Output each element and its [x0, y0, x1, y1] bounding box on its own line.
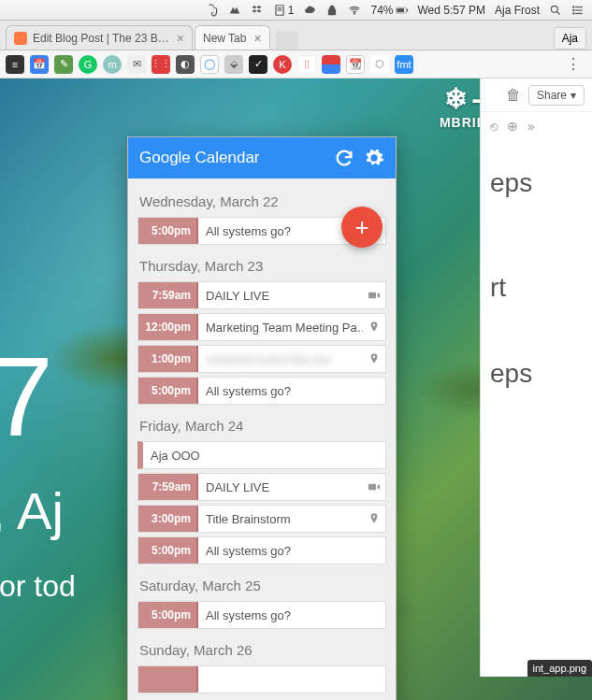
link-icon[interactable]: ⎋ [490, 119, 498, 134]
ext-icon-mail[interactable]: ✉ [127, 55, 146, 74]
file-chip[interactable]: int_app.png [527, 660, 593, 677]
event-title: Title Brainstorm [198, 506, 363, 532]
ext-icon-grid[interactable]: ⋮⋮ [152, 55, 170, 74]
event-title [198, 666, 385, 693]
event-row[interactable]: 7:59amDAILY LIVE [137, 473, 386, 501]
ext-icon-dropbox[interactable]: ⬡ [370, 55, 389, 74]
event-row[interactable]: 5:00pmAll systems go? [137, 601, 386, 629]
panel-text-2: rt [490, 273, 583, 303]
ext-icon-fmt[interactable]: fmt [395, 55, 413, 74]
ext-icon-buffer[interactable]: ≡ [6, 55, 24, 74]
day-header: Saturday, March 25 [139, 578, 386, 593]
weather-snow-icon: ❄ [444, 82, 468, 115]
globe-icon[interactable]: ⊕ [507, 119, 518, 134]
browser-window: Edit Blog Post | The 23 Best G… × New Ta… [0, 21, 592, 700]
svg-line-8 [557, 11, 560, 14]
svg-point-7 [551, 6, 557, 12]
pin-icon [363, 506, 385, 532]
menubar-wifi-icon[interactable] [348, 4, 361, 17]
greeting-fragment: , Aj [0, 480, 76, 541]
menubar-list-icon[interactable] [571, 4, 585, 17]
tab-1-favicon-icon [14, 32, 27, 45]
day-header: Wednesday, March 22 [139, 193, 386, 209]
svg-rect-6 [407, 8, 408, 11]
new-tab-button[interactable] [276, 31, 298, 50]
page-content: ❄ -2° MBRIDGE 7 , Aj for tod 🗑 Share ▾ ⎋… [0, 79, 592, 700]
battery-percent-text: 74% [370, 4, 393, 17]
refresh-icon[interactable] [334, 148, 354, 168]
newtab-greeting: 7 , Aj for tod [0, 340, 76, 604]
event-row[interactable]: 12:00pmMarketing Team Meeting Pa… [137, 313, 386, 341]
event-row[interactable] [137, 665, 386, 693]
event-time: 7:59am [138, 474, 198, 500]
menubar-notes-icon[interactable]: 1 [273, 4, 295, 17]
ext-icon-m[interactable]: m [103, 55, 122, 74]
tab-strip: Edit Blog Post | The 23 Best G… × New Ta… [0, 21, 592, 50]
event-row[interactable]: 7:59amDAILY LIVE [137, 281, 386, 309]
event-title: redacted event title text [198, 346, 363, 372]
popup-scroll[interactable]: Wednesday, March 225:00pmAll systems go?… [128, 179, 396, 700]
ext-icon-split[interactable] [322, 55, 340, 74]
panel-text-3: eps [490, 359, 583, 389]
event-time: 3:00pm [138, 506, 198, 532]
event-title: DAILY LIVE [198, 282, 363, 308]
ext-icon-check[interactable]: ✓ [249, 55, 267, 74]
pin-icon [363, 314, 385, 340]
ext-icon-calendar[interactable]: 📅 [30, 55, 49, 74]
ext-icon-k[interactable]: K [273, 55, 292, 74]
event-title: All systems go? [198, 378, 385, 404]
menubar-user[interactable]: Aja Frost [495, 4, 540, 17]
event-title: DAILY LIVE [198, 474, 363, 500]
event-time: 7:59am [138, 282, 198, 308]
tab-2-active[interactable]: New Tab × [195, 25, 270, 50]
video-icon [363, 282, 385, 308]
event-time: 12:00pm [138, 314, 198, 340]
day-header: Sunday, March 26 [139, 642, 386, 658]
menubar-cloud-icon[interactable] [303, 4, 316, 17]
event-row[interactable]: 1:00pmredacted event title text [137, 345, 386, 373]
add-event-fab[interactable]: + [341, 207, 383, 248]
share-button[interactable]: Share ▾ [528, 85, 585, 106]
event-row[interactable]: 5:00pmAll systems go? [137, 377, 386, 405]
trash-icon[interactable]: 🗑 [506, 87, 521, 104]
tab-1-close-icon[interactable]: × [177, 32, 184, 45]
tab-1[interactable]: Edit Blog Post | The 23 Best G… × [6, 25, 193, 50]
menubar-battery[interactable]: 74% [370, 4, 408, 17]
panel-text-1: eps [490, 168, 583, 198]
ext-icon-circle[interactable]: ◯ [200, 55, 219, 74]
tab-2-close-icon[interactable]: × [253, 32, 261, 45]
video-icon [363, 474, 385, 500]
tab-2-label: New Tab [203, 32, 246, 45]
chrome-menu-icon[interactable]: ⋮ [560, 55, 586, 73]
event-time: 5:00pm [138, 218, 198, 244]
svg-rect-15 [368, 293, 376, 299]
sub-fragment: for tod [0, 569, 76, 604]
extension-toolbar: ≡ 📅 ✎ G m ✉ ⋮⋮ ◐ ◯ ⬙ ✓ K ▯ 📆 ⬡ fmt ⋮ [0, 50, 592, 79]
svg-rect-5 [397, 8, 404, 12]
menubar-app-icon[interactable] [228, 4, 241, 17]
menubar-clock[interactable]: Wed 5:57 PM [418, 4, 485, 17]
clock-fragment: 7 [0, 340, 76, 452]
ext-icon-plug[interactable]: ◐ [176, 55, 195, 74]
popup-header: Google Calendar [128, 137, 396, 179]
menubar-evernote-icon[interactable] [206, 4, 219, 17]
menubar-spotlight-icon[interactable] [549, 4, 562, 17]
menubar-tower-icon[interactable] [325, 4, 339, 17]
profile-button[interactable]: Aja [554, 27, 586, 50]
event-row[interactable]: 3:00pmTitle Brainstorm [137, 505, 386, 533]
event-title: Aja OOO [143, 442, 385, 468]
gear-icon[interactable] [364, 148, 384, 168]
more-icon[interactable]: » [527, 119, 535, 134]
ext-icon-doc[interactable]: ▯ [297, 55, 316, 74]
right-app-panel: 🗑 Share ▾ ⎋ ⊕ » eps rt eps int_app.png [480, 79, 592, 677]
plus-icon: + [354, 213, 368, 242]
event-time: 5:00pm [138, 602, 198, 628]
menubar-dropbox-icon[interactable] [251, 4, 264, 17]
ext-icon-gcal-active[interactable]: 📆 [346, 55, 365, 74]
ext-icon-grammarly[interactable]: G [79, 55, 97, 74]
ext-icon-bucket[interactable]: ⬙ [224, 55, 243, 74]
event-row[interactable]: 5:00pmAll systems go? [137, 536, 386, 564]
ext-icon-evernote[interactable]: ✎ [54, 55, 73, 74]
svg-point-14 [573, 12, 574, 13]
event-row[interactable]: Aja OOO [137, 441, 386, 469]
